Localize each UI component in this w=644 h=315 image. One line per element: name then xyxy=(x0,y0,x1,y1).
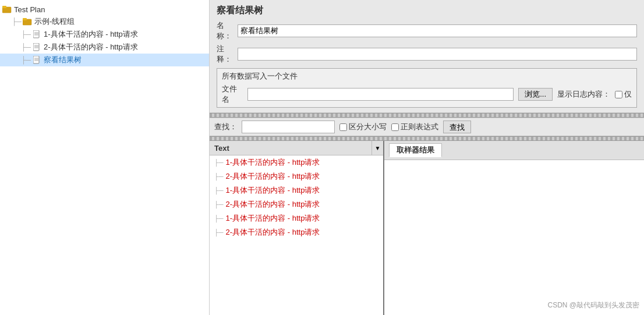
panel-header: 察看结果树 名称： 注释： 所有数据写入一个文件 文件名 浏览... 显示日志内… xyxy=(210,0,644,113)
sample-result-panel: 取样器结果 xyxy=(384,141,644,315)
file-section: 所有数据写入一个文件 文件名 浏览... 显示日志内容： 仅 xyxy=(217,68,637,108)
file-icon xyxy=(32,43,41,52)
file-row: 文件名 浏览... 显示日志内容： 仅 xyxy=(222,84,632,105)
separator-strip-2 xyxy=(210,136,644,141)
tree-item-req2[interactable]: ├─2-具体干活的内容 - http请求 xyxy=(0,41,209,54)
dropdown-button[interactable]: ▼ xyxy=(371,141,383,155)
display-log-label: 显示日志内容： xyxy=(557,89,610,100)
regex-label[interactable]: 正则表达式 xyxy=(391,122,438,132)
search-bar: 查找： 区分大小写 正则表达式 查找 xyxy=(210,118,644,136)
only-checkbox-label[interactable]: 仅 xyxy=(615,89,632,100)
result-list-body: ├─1-具体干活的内容 - http请求├─2-具体干活的内容 - http请求… xyxy=(210,155,383,315)
search-input[interactable] xyxy=(242,121,335,133)
result-text: 1-具体干活的内容 - http请求 xyxy=(226,157,320,168)
result-list-panel: Text ▼ ├─1-具体干活的内容 - http请求├─2-具体干活的内容 -… xyxy=(210,141,384,315)
svg-rect-3 xyxy=(23,18,27,20)
file-section-title: 所有数据写入一个文件 xyxy=(222,71,632,82)
result-text: 2-具体干活的内容 - http请求 xyxy=(226,199,320,210)
result-item[interactable]: ├─2-具体干活的内容 - http请求 xyxy=(210,225,383,239)
result-item[interactable]: ├─2-具体干活的内容 - http请求 xyxy=(210,169,383,183)
tree-panel: Test Plan├─示例-线程组├─1-具体干活的内容 - http请求├─2… xyxy=(0,0,210,315)
tree-item-thread-group[interactable]: ├─示例-线程组 xyxy=(0,15,209,28)
tree-item-result-tree[interactable]: ├─察看结果树 xyxy=(0,54,209,66)
result-item[interactable]: ├─1-具体干活的内容 - http请求 xyxy=(210,183,383,197)
search-label: 查找： xyxy=(214,122,237,132)
file-icon xyxy=(32,55,41,65)
watermark: CSDN @敲代码敲到头发茂密 xyxy=(547,300,639,310)
comment-row: 注释： xyxy=(217,44,637,65)
folder-icon xyxy=(23,17,32,26)
browse-button[interactable]: 浏览... xyxy=(518,88,553,101)
tree-label: 示例-线程组 xyxy=(34,16,75,27)
result-text: 1-具体干活的内容 - http请求 xyxy=(226,213,320,224)
tree-label: 2-具体干活的内容 - http请求 xyxy=(44,42,138,52)
result-text: 2-具体干活的内容 - http请求 xyxy=(226,171,320,182)
tree-label: 察看结果树 xyxy=(44,55,82,65)
result-text: 2-具体干活的内容 - http请求 xyxy=(226,227,320,238)
result-item[interactable]: ├─2-具体干活的内容 - http请求 xyxy=(210,197,383,211)
file-input[interactable] xyxy=(247,88,514,101)
name-label: 名称： xyxy=(217,20,238,41)
comment-input[interactable] xyxy=(238,48,637,61)
name-row: 名称： xyxy=(217,20,637,41)
results-area: Text ▼ ├─1-具体干活的内容 - http请求├─2-具体干活的内容 -… xyxy=(210,141,644,315)
case-sensitive-checkbox[interactable] xyxy=(339,123,347,131)
only-checkbox[interactable] xyxy=(615,91,622,98)
sample-tab[interactable]: 取样器结果 xyxy=(389,143,442,157)
separator-strip xyxy=(210,113,644,118)
regex-checkbox[interactable] xyxy=(391,123,399,131)
tree-label: 1-具体干活的内容 - http请求 xyxy=(44,29,138,40)
result-item[interactable]: ├─1-具体干活的内容 - http请求 xyxy=(210,155,383,169)
result-list-header-label: Text xyxy=(210,141,371,155)
tree-item-test-plan[interactable]: Test Plan xyxy=(0,3,209,15)
file-icon xyxy=(32,30,41,39)
case-sensitive-label[interactable]: 区分大小写 xyxy=(339,122,387,132)
comment-label: 注释： xyxy=(217,44,238,65)
svg-rect-1 xyxy=(2,6,6,8)
name-input[interactable] xyxy=(238,24,637,37)
sample-result-body xyxy=(384,160,644,315)
sample-result-header: 取样器结果 xyxy=(384,141,644,160)
tree-label: Test Plan xyxy=(14,5,45,14)
right-panel: 察看结果树 名称： 注释： 所有数据写入一个文件 文件名 浏览... 显示日志内… xyxy=(210,0,644,315)
file-label: 文件名 xyxy=(222,84,243,105)
search-button[interactable]: 查找 xyxy=(443,121,471,133)
result-text: 1-具体干活的内容 - http请求 xyxy=(226,185,320,196)
tree-item-req1[interactable]: ├─1-具体干活的内容 - http请求 xyxy=(0,28,209,41)
result-list-header: Text ▼ xyxy=(210,141,383,155)
folder-icon xyxy=(2,5,12,14)
panel-title: 察看结果树 xyxy=(217,5,637,17)
result-item[interactable]: ├─1-具体干活的内容 - http请求 xyxy=(210,211,383,225)
